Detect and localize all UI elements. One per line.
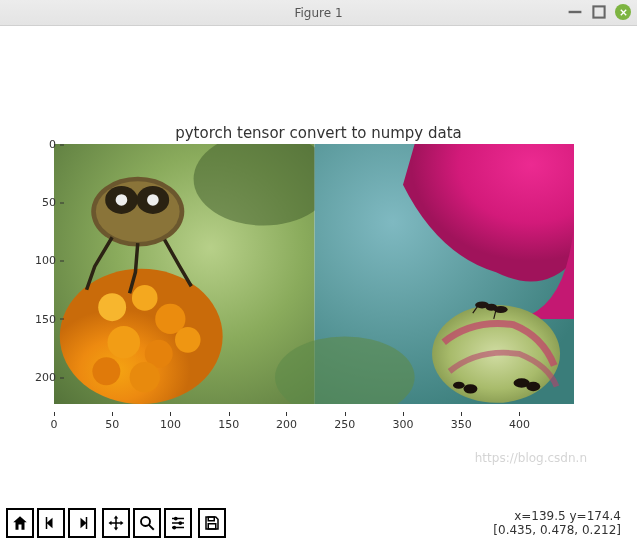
configure-button[interactable] xyxy=(164,508,192,538)
minimize-icon[interactable] xyxy=(567,4,583,20)
zoom-button[interactable] xyxy=(133,508,161,538)
window-titlebar: Figure 1 xyxy=(0,0,637,26)
y-axis-ticks: 0 50 100 150 200 xyxy=(46,144,56,404)
cursor-coordinates: x=139.5 y=174.4 [0.435, 0.478, 0.212] xyxy=(493,509,631,538)
svg-point-19 xyxy=(116,194,128,206)
svg-rect-43 xyxy=(208,517,214,521)
back-button[interactable] xyxy=(37,508,65,538)
svg-rect-44 xyxy=(208,524,216,529)
plot-area: pytorch tensor convert to numpy data xyxy=(0,26,637,503)
svg-point-38 xyxy=(174,517,178,521)
forward-button[interactable] xyxy=(68,508,96,538)
window-controls xyxy=(567,4,631,20)
svg-point-30 xyxy=(526,382,540,391)
svg-line-36 xyxy=(149,525,154,530)
svg-point-40 xyxy=(178,521,182,525)
maximize-icon[interactable] xyxy=(591,4,607,20)
svg-point-10 xyxy=(108,326,141,359)
image-display xyxy=(54,144,574,404)
xy-coords: x=139.5 y=174.4 xyxy=(493,509,621,523)
svg-point-13 xyxy=(92,357,120,385)
svg-point-7 xyxy=(98,293,126,321)
svg-point-12 xyxy=(175,327,201,353)
pan-button[interactable] xyxy=(102,508,130,538)
svg-point-8 xyxy=(132,285,158,311)
axes[interactable]: 0 50 100 150 200 0 50 100 150 200 250 30… xyxy=(54,144,574,404)
svg-point-42 xyxy=(172,526,176,530)
svg-point-31 xyxy=(463,384,477,393)
chart-title: pytorch tensor convert to numpy data xyxy=(0,124,637,142)
pixel-value: [0.435, 0.478, 0.212] xyxy=(493,523,621,537)
svg-point-14 xyxy=(130,362,160,392)
svg-point-32 xyxy=(453,382,465,389)
watermark: https://blog.csdn.n xyxy=(475,451,587,465)
matplotlib-toolbar: x=139.5 y=174.4 [0.435, 0.478, 0.212] xyxy=(0,503,637,543)
close-icon[interactable] xyxy=(615,4,631,20)
svg-point-16 xyxy=(96,181,180,242)
svg-point-20 xyxy=(147,194,159,206)
home-button[interactable] xyxy=(6,508,34,538)
svg-point-35 xyxy=(141,517,150,526)
save-button[interactable] xyxy=(198,508,226,538)
svg-rect-1 xyxy=(593,6,604,17)
window-title: Figure 1 xyxy=(294,6,342,20)
